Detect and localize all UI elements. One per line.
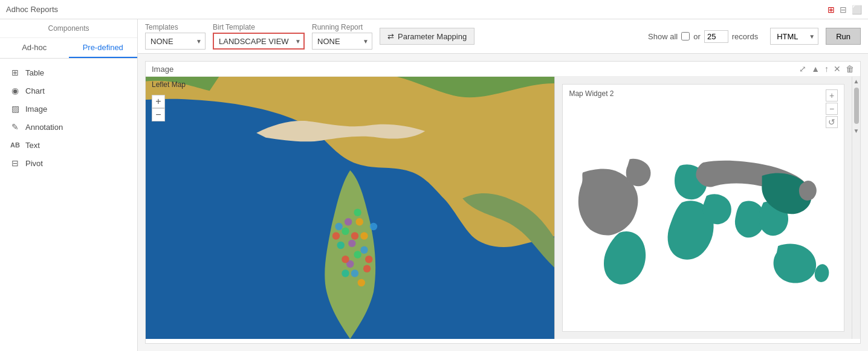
birt-template-select-wrapper: LANDSCAPE VIEW ▼ [213, 33, 305, 50]
sidebar-item-chart[interactable]: ◉ Chart [0, 82, 137, 100]
svg-point-8 [351, 269, 358, 277]
chart-icon: ◉ [10, 85, 21, 96]
sidebar: Components Ad-hoc Pre-defined ⊞ Table ◉ … [0, 19, 138, 351]
tab-predefined[interactable]: Pre-defined [69, 38, 138, 58]
records-label: records [732, 32, 758, 41]
sidebar-items: ⊞ Table ◉ Chart ▨ Image ✎ Annotation AB … [0, 59, 137, 177]
svg-point-3 [342, 228, 349, 235]
svg-point-11 [354, 209, 361, 216]
running-report-label: Running Report [312, 23, 372, 31]
show-all-group: Show all or records [648, 30, 758, 43]
canvas-scrollbar: ▲ ▼ [852, 77, 860, 339]
delete-icon[interactable]: 🗑 [846, 64, 854, 74]
scroll-up-button[interactable]: ▲ [852, 77, 861, 85]
format-select-wrapper: HTML PDF Excel ▼ [770, 28, 818, 45]
main-container: Components Ad-hoc Pre-defined ⊞ Table ◉ … [0, 19, 868, 351]
text-icon: AB [10, 140, 21, 150]
canvas-panel-actions: ⤢ ▲ ↑ ✕ 🗑 [799, 64, 854, 74]
running-report-select-wrapper: NONE ▼ [312, 33, 372, 50]
svg-point-12 [345, 218, 352, 225]
map-widget-label: Map Widget 2 [569, 89, 614, 98]
svg-point-16 [342, 269, 349, 277]
grid-icon[interactable]: ⊞ [828, 5, 835, 14]
scrollbar-thumb[interactable] [854, 88, 859, 124]
expand-icon[interactable]: ⤢ [799, 64, 806, 74]
tab-adhoc[interactable]: Ad-hoc [0, 38, 69, 58]
leaflet-map-svg [146, 77, 554, 339]
sidebar-item-text[interactable]: AB Text [0, 136, 137, 154]
annotation-icon: ✎ [10, 121, 21, 132]
birt-template-field: Birt Template LANDSCAPE VIEW ▼ [213, 23, 305, 50]
birt-template-label: Birt Template [213, 23, 305, 31]
svg-point-19 [354, 251, 361, 258]
running-report-select[interactable]: NONE [312, 33, 372, 50]
templates-select-wrapper: NONE ▼ [145, 33, 206, 50]
sidebar-item-annotation[interactable]: ✎ Annotation [0, 118, 137, 136]
svg-point-18 [348, 240, 355, 247]
canvas-panel: Image ⤢ ▲ ↑ ✕ 🗑 Lef [145, 61, 861, 344]
templates-label: Templates [145, 23, 206, 31]
panel-title: Image [152, 65, 173, 74]
run-button[interactable]: Run [826, 28, 861, 45]
templates-select[interactable]: NONE [145, 33, 206, 50]
map-widget-container: Map Widget 2 + − ↺ [555, 77, 852, 339]
templates-field: Templates NONE ▼ [145, 23, 206, 50]
svg-point-17 [363, 265, 371, 272]
or-label: or [693, 32, 701, 41]
svg-point-1 [351, 232, 358, 239]
image-icon: ▨ [10, 103, 21, 114]
scroll-down-button[interactable]: ▼ [852, 126, 861, 135]
parameter-mapping-button[interactable]: ⇄ Parameter Mapping [380, 28, 474, 45]
map-widget-inner: Map Widget 2 + − ↺ [562, 84, 844, 332]
svg-point-4 [356, 218, 363, 225]
zoom-out-button[interactable]: − [152, 108, 165, 121]
title-bar: Adhoc Reports ⊞ ⊟ ⬜ [0, 0, 868, 19]
svg-point-15 [358, 279, 365, 286]
map-widget-zoom-in-button[interactable]: + [826, 89, 838, 101]
svg-point-14 [332, 232, 340, 239]
app-title: Adhoc Reports [6, 5, 58, 14]
running-report-field: Running Report NONE ▼ [312, 23, 372, 50]
show-all-label: Show all [648, 32, 678, 41]
svg-point-13 [370, 223, 377, 230]
upload-icon[interactable]: ↑ [824, 64, 829, 74]
sidebar-item-table[interactable]: ⊞ Table [0, 63, 137, 82]
report-canvas: Image ⤢ ▲ ↑ ✕ 🗑 Lef [138, 54, 868, 351]
world-map-svg [563, 103, 844, 339]
content-area: Templates NONE ▼ Birt Template LANDSCAPE… [138, 19, 868, 351]
sidebar-tabs: Ad-hoc Pre-defined [0, 38, 137, 59]
show-all-checkbox[interactable] [681, 32, 690, 40]
settings-icon[interactable]: ✕ [834, 64, 841, 74]
svg-point-10 [342, 256, 349, 263]
svg-point-7 [337, 242, 345, 249]
window-icon[interactable]: ⬜ [852, 5, 862, 14]
title-bar-icons: ⊞ ⊟ ⬜ [828, 5, 862, 14]
map-widget-controls: + − ↺ [826, 89, 838, 128]
zoom-in-button[interactable]: + [152, 95, 165, 108]
map-widget-zoom-out-button[interactable]: − [826, 103, 838, 115]
leaflet-map-label: Leflet Map [152, 80, 186, 89]
map-widget-reset-button[interactable]: ↺ [826, 116, 838, 128]
records-count-input[interactable] [704, 30, 728, 43]
up-icon[interactable]: ▲ [811, 64, 820, 74]
table-icon: ⊞ [10, 67, 21, 78]
table-icon[interactable]: ⊟ [840, 5, 847, 14]
format-select[interactable]: HTML PDF Excel [770, 28, 818, 45]
pivot-icon: ⊟ [10, 158, 21, 169]
sidebar-item-pivot[interactable]: ⊟ Pivot [0, 154, 137, 172]
leaflet-map-container: Leflet Map + − [146, 77, 555, 339]
svg-point-20 [335, 223, 342, 230]
sidebar-header: Components [0, 19, 137, 38]
toolbar: Templates NONE ▼ Birt Template LANDSCAPE… [138, 19, 868, 54]
param-mapping-icon: ⇄ [387, 32, 394, 41]
zoom-controls: + − [152, 95, 165, 121]
canvas-panel-header: Image ⤢ ▲ ↑ ✕ 🗑 [146, 62, 860, 77]
svg-point-9 [360, 232, 368, 239]
svg-point-6 [365, 256, 372, 263]
birt-template-select[interactable]: LANDSCAPE VIEW [213, 33, 305, 50]
svg-point-2 [360, 246, 368, 254]
sidebar-item-image[interactable]: ▨ Image [0, 100, 137, 118]
